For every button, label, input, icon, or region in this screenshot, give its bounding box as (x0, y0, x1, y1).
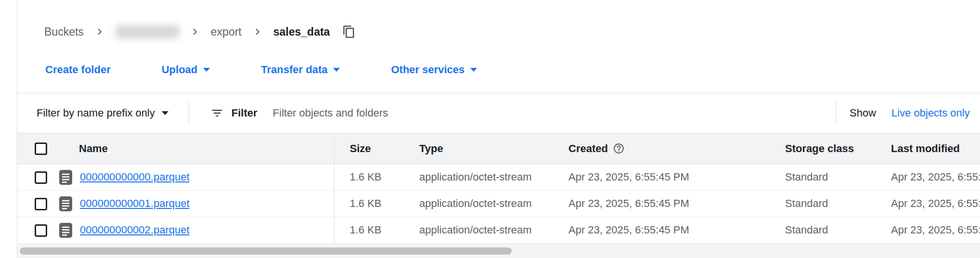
column-header-last-modified: Last modified (876, 133, 980, 164)
last-modified-cell: Apr 23, 2025, 6:55:45 PM (876, 217, 980, 244)
column-header-created: Created (553, 133, 770, 164)
breadcrumb-item-current: sales_data (273, 26, 330, 39)
chevron-right-icon (251, 26, 264, 38)
toolbar: Create folder Upload Transfer data Other… (17, 46, 980, 93)
row-checkbox[interactable] (35, 171, 47, 184)
show-objects-dropdown[interactable]: Live objects only (891, 107, 970, 119)
last-modified-cell: Apr 23, 2025, 6:55:45 PM (876, 191, 980, 217)
upload-button[interactable]: Upload (162, 64, 210, 76)
divider (836, 102, 836, 125)
file-icon (59, 223, 72, 238)
column-header-name: Name (53, 133, 334, 164)
type-cell: application/octet-stream (404, 217, 553, 244)
horizontal-scrollbar-thumb[interactable] (20, 247, 512, 255)
chevron-down-icon (333, 68, 340, 72)
horizontal-scrollbar-track (17, 244, 980, 258)
table-row: 000000000000.parquet 1.6 KB application/… (17, 164, 980, 191)
copy-path-button[interactable] (342, 25, 356, 39)
objects-table: Name Size Type Created Storage class Las… (17, 133, 980, 244)
breadcrumb-item-buckets[interactable]: Buckets (44, 26, 84, 39)
breadcrumb: Buckets export sales_data (17, 0, 980, 46)
created-cell: Apr 23, 2025, 6:55:45 PM (553, 191, 770, 217)
filter-bar: Filter by name prefix only Filter Show L… (17, 93, 980, 133)
table-header-row: Name Size Type Created Storage class Las… (17, 133, 980, 164)
breadcrumb-item-export[interactable]: export (211, 26, 242, 39)
show-label: Show (850, 107, 876, 119)
storage-class-cell: Standard (770, 191, 876, 217)
divider (189, 102, 189, 125)
table-row: 000000000001.parquet 1.6 KB application/… (17, 191, 980, 217)
size-cell: 1.6 KB (334, 164, 404, 191)
filter-scope-label: Filter by name prefix only (37, 107, 155, 119)
upload-button-label: Upload (162, 64, 198, 76)
breadcrumb-item-bucket-redacted[interactable] (116, 25, 179, 39)
help-icon[interactable] (613, 142, 625, 155)
transfer-data-button[interactable]: Transfer data (261, 64, 340, 76)
filter-list-icon (210, 106, 224, 120)
created-header-label: Created (568, 142, 608, 155)
row-checkbox[interactable] (35, 198, 47, 210)
object-link[interactable]: 000000000001.parquet (80, 197, 190, 210)
object-link[interactable]: 000000000000.parquet (80, 171, 190, 183)
other-services-button[interactable]: Other services (391, 64, 477, 76)
bucket-browser-panel: Buckets export sales_data Create folder … (17, 0, 980, 258)
chevron-down-icon (203, 68, 210, 72)
filter-objects-input[interactable] (272, 106, 474, 120)
copy-icon (342, 25, 356, 39)
file-icon (59, 196, 72, 211)
transfer-data-button-label: Transfer data (261, 64, 327, 76)
other-services-button-label: Other services (391, 64, 464, 76)
chevron-down-icon (162, 111, 168, 115)
filter-button[interactable]: Filter (210, 106, 258, 120)
column-header-type: Type (404, 133, 553, 164)
filter-scope-dropdown[interactable]: Filter by name prefix only (37, 107, 168, 119)
last-modified-cell: Apr 23, 2025, 6:55:45 PM (876, 164, 980, 191)
storage-class-cell: Standard (770, 164, 876, 191)
column-header-size: Size (334, 133, 404, 164)
type-cell: application/octet-stream (404, 164, 553, 191)
object-link[interactable]: 000000000002.parquet (80, 224, 190, 236)
chevron-right-icon (93, 26, 106, 38)
chevron-right-icon (189, 26, 201, 38)
size-cell: 1.6 KB (334, 191, 404, 217)
type-cell: application/octet-stream (404, 191, 553, 217)
size-cell: 1.6 KB (334, 217, 404, 244)
table-row: 000000000002.parquet 1.6 KB application/… (17, 217, 980, 244)
column-header-storage-class: Storage class (770, 133, 876, 164)
created-cell: Apr 23, 2025, 6:55:45 PM (553, 217, 770, 244)
filter-button-label: Filter (232, 107, 258, 119)
select-all-checkbox[interactable] (35, 142, 47, 155)
create-folder-button[interactable]: Create folder (45, 64, 111, 76)
chevron-down-icon (470, 68, 477, 72)
row-checkbox[interactable] (35, 224, 47, 237)
created-cell: Apr 23, 2025, 6:55:45 PM (553, 164, 770, 191)
file-icon (59, 170, 72, 185)
storage-class-cell: Standard (770, 217, 876, 244)
